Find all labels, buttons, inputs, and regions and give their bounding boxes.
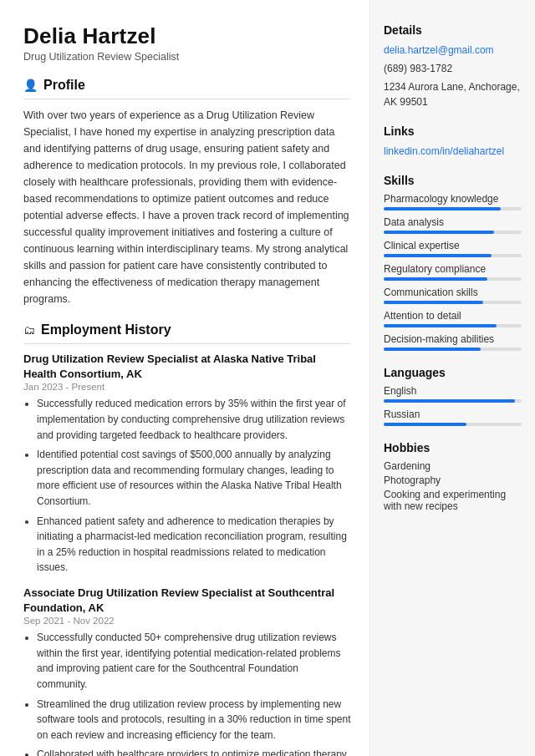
skill-bar-bg bbox=[384, 207, 522, 211]
skill-pharmacology: Pharmacology knowledge bbox=[384, 193, 522, 211]
right-column: Details delia.hartzel@gmail.com (689) 98… bbox=[369, 0, 535, 756]
skill-bar-fill bbox=[384, 254, 492, 257]
skill-communication: Communication skills bbox=[384, 287, 522, 304]
skill-bar-fill bbox=[384, 301, 483, 304]
job-block-2: Associate Drug Utilization Review Specia… bbox=[23, 586, 351, 756]
profile-header: 👤 Profile bbox=[23, 78, 351, 93]
languages-section: Languages English Russian bbox=[384, 366, 522, 426]
employment-icon: 🗂 bbox=[23, 323, 35, 337]
employment-heading: Employment History bbox=[41, 322, 171, 337]
detail-address: 1234 Aurora Lane, Anchorage, AK 99501 bbox=[384, 79, 522, 109]
employment-header: 🗂 Employment History bbox=[23, 322, 351, 337]
skill-name-attention: Attention to detail bbox=[384, 310, 522, 322]
job-block-1: Drug Utilization Review Specialist at Al… bbox=[23, 352, 351, 576]
skill-bar-fill bbox=[384, 348, 481, 351]
profile-icon: 👤 bbox=[23, 79, 38, 92]
resume-page: Delia Hartzel Drug Utilization Review Sp… bbox=[0, 0, 535, 756]
job-title-1: Drug Utilization Review Specialist at Al… bbox=[23, 352, 351, 382]
job-dates-2: Sep 2021 - Nov 2022 bbox=[23, 616, 351, 626]
lang-english: English bbox=[384, 385, 522, 403]
skill-name-regulatory: Regulatory compliance bbox=[384, 263, 522, 275]
hobby-photography: Photography bbox=[384, 474, 522, 486]
skill-bar-bg bbox=[384, 301, 522, 304]
job-bullet: Streamlined the drug utilization review … bbox=[37, 697, 351, 743]
skills-heading: Skills bbox=[384, 174, 522, 187]
skill-name-decision: Decision-making abilities bbox=[384, 333, 522, 345]
skill-data-analysis: Data analysis bbox=[384, 216, 522, 234]
details-section: Details delia.hartzel@gmail.com (689) 98… bbox=[384, 23, 522, 109]
job-title-2: Associate Drug Utilization Review Specia… bbox=[23, 586, 351, 616]
skill-name-data: Data analysis bbox=[384, 216, 522, 228]
skill-name-pharmacology: Pharmacology knowledge bbox=[384, 193, 522, 205]
skill-bar-bg bbox=[384, 324, 522, 327]
skill-bar-fill bbox=[384, 231, 494, 234]
job-bullet: Successfully conducted 50+ comprehensive… bbox=[37, 630, 351, 692]
profile-text: With over two years of experience as a D… bbox=[23, 107, 351, 307]
lang-name-english: English bbox=[384, 385, 522, 397]
profile-section: 👤 Profile With over two years of experie… bbox=[23, 78, 351, 307]
skill-attention: Attention to detail bbox=[384, 310, 522, 327]
detail-email: delia.hartzel@gmail.com bbox=[384, 43, 522, 58]
employment-divider bbox=[23, 343, 351, 344]
hobby-cooking: Cooking and experimenting with new recip… bbox=[384, 489, 522, 512]
job-bullet: Enhanced patient safety and adherence to… bbox=[37, 514, 351, 576]
lang-bar-fill bbox=[384, 423, 466, 426]
lang-bar-bg bbox=[384, 423, 522, 426]
job-dates-1: Jan 2023 - Present bbox=[23, 382, 351, 392]
profile-divider bbox=[23, 99, 351, 99]
skill-decision: Decision-making abilities bbox=[384, 333, 522, 351]
skill-bar-bg bbox=[384, 254, 522, 257]
job-bullets-2: Successfully conducted 50+ comprehensive… bbox=[23, 630, 351, 756]
skill-name-communication: Communication skills bbox=[384, 287, 522, 298]
hobbies-section: Hobbies Gardening Photography Cooking an… bbox=[384, 441, 522, 512]
skill-bar-bg bbox=[384, 348, 522, 351]
name-block: Delia Hartzel Drug Utilization Review Sp… bbox=[23, 23, 351, 63]
details-heading: Details bbox=[384, 23, 522, 37]
skills-section: Skills Pharmacology knowledge Data analy… bbox=[384, 174, 522, 351]
candidate-title: Drug Utilization Review Specialist bbox=[23, 51, 351, 63]
job-bullets-1: Successfully reduced medication errors b… bbox=[23, 396, 351, 576]
linkedin-link[interactable]: linkedin.com/in/deliahartzel bbox=[384, 145, 504, 157]
profile-heading: Profile bbox=[43, 78, 85, 93]
skill-bar-fill bbox=[384, 277, 487, 281]
hobby-gardening: Gardening bbox=[384, 460, 522, 472]
lang-name-russian: Russian bbox=[384, 408, 522, 420]
skill-bar-bg bbox=[384, 231, 522, 234]
left-column: Delia Hartzel Drug Utilization Review Sp… bbox=[0, 0, 369, 756]
skill-name-clinical: Clinical expertise bbox=[384, 240, 522, 251]
job-bullet: Collaborated with healthcare providers t… bbox=[37, 747, 351, 756]
candidate-name: Delia Hartzel bbox=[23, 23, 351, 49]
skill-regulatory: Regulatory compliance bbox=[384, 263, 522, 281]
hobbies-heading: Hobbies bbox=[384, 441, 522, 454]
skill-bar-fill bbox=[384, 207, 501, 211]
lang-bar-fill bbox=[384, 399, 515, 403]
links-heading: Links bbox=[384, 124, 522, 138]
detail-phone: (689) 983-1782 bbox=[384, 61, 522, 76]
employment-section: 🗂 Employment History Drug Utilization Re… bbox=[23, 322, 351, 756]
link-linkedin: linkedin.com/in/deliahartzel bbox=[384, 144, 522, 159]
email-link[interactable]: delia.hartzel@gmail.com bbox=[384, 44, 494, 56]
job-bullet: Identified potential cost savings of $50… bbox=[37, 447, 351, 509]
skill-bar-bg bbox=[384, 277, 522, 281]
languages-heading: Languages bbox=[384, 366, 522, 379]
job-bullet: Successfully reduced medication errors b… bbox=[37, 396, 351, 443]
links-section: Links linkedin.com/in/deliahartzel bbox=[384, 124, 522, 159]
lang-russian: Russian bbox=[384, 408, 522, 426]
skill-clinical: Clinical expertise bbox=[384, 240, 522, 257]
lang-bar-bg bbox=[384, 399, 522, 403]
skill-bar-fill bbox=[384, 324, 497, 327]
